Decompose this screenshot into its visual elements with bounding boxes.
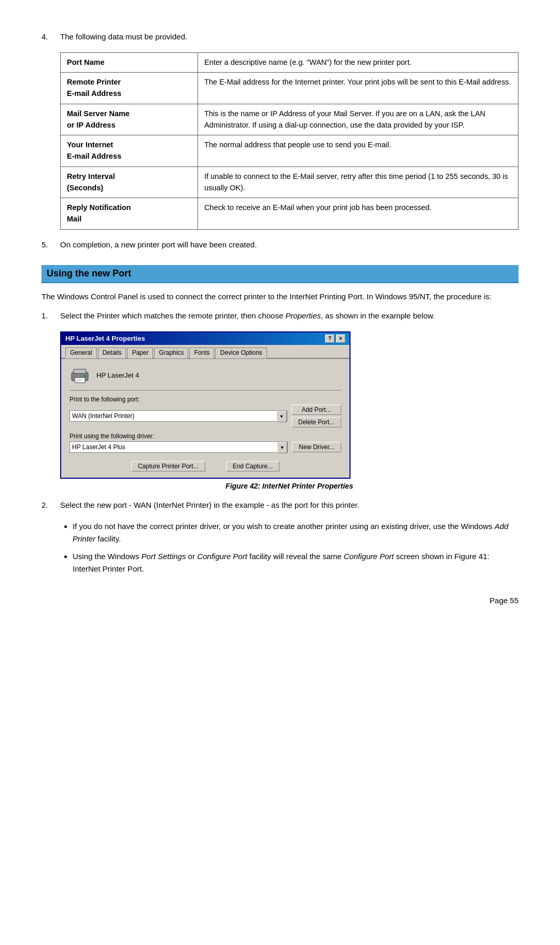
step1-number: 1. bbox=[41, 310, 60, 322]
bullet1-pre: If you do not have the correct printer d… bbox=[73, 522, 495, 531]
tab-device-options[interactable]: Device Options bbox=[215, 348, 267, 358]
step2-number: 2. bbox=[41, 499, 60, 511]
titlebar-buttons: ? × bbox=[325, 335, 345, 343]
step1-text-post: , as shown in the example below. bbox=[321, 311, 435, 320]
figure-caption: Figure 42: InterNet Printer Properties bbox=[60, 482, 519, 490]
table-desc-internet-email: The normal address that people use to se… bbox=[198, 135, 518, 167]
dialog-title: HP LaserJet 4 Properties bbox=[65, 335, 325, 342]
driver-value: HP LaserJet 4 Plus bbox=[70, 442, 277, 452]
svg-rect-2 bbox=[75, 378, 85, 383]
new-driver-button[interactable]: New Driver... bbox=[292, 442, 341, 452]
port-section: Print to the following port: WAN (InterN… bbox=[69, 396, 341, 427]
table-desc-port-name: Enter a descriptive name (e.g. "WAN") fo… bbox=[198, 52, 518, 73]
bullet2-italic3: Configure Port bbox=[344, 552, 394, 561]
hp-laserjet-dialog[interactable]: HP LaserJet 4 Properties ? × General Det… bbox=[60, 331, 351, 479]
driver-section: Print using the following driver: HP Las… bbox=[69, 433, 341, 453]
table-label-port-name: Port Name bbox=[61, 52, 198, 73]
table-desc-reply: Check to receive an E-Mail when your pri… bbox=[198, 198, 518, 230]
driver-row: HP LaserJet 4 Plus ▼ New Driver... bbox=[69, 441, 341, 453]
step1-content: Select the Printer which matches the rem… bbox=[60, 310, 519, 322]
table-desc-mail-server: This is the name or IP Address of your M… bbox=[198, 104, 518, 135]
table-row: Remote PrinterE-mail Address The E-Mail … bbox=[61, 73, 519, 104]
table-label-reply: Reply NotificationMail bbox=[61, 198, 198, 230]
driver-buttons: New Driver... bbox=[292, 442, 341, 452]
svg-rect-1 bbox=[74, 369, 86, 373]
table-row: Retry Interval(Seconds) If unable to con… bbox=[61, 166, 519, 198]
bullet2-mid: or bbox=[186, 552, 197, 561]
bullet2-pre: Using the Windows bbox=[73, 552, 142, 561]
bullet1-post: facility. bbox=[95, 534, 121, 543]
bullet2-post-pre: facility will reveal the same bbox=[247, 552, 344, 561]
table-row: Port Name Enter a descriptive name (e.g.… bbox=[61, 52, 519, 73]
step2-content: Select the new port - WAN (InterNet Prin… bbox=[60, 499, 519, 511]
driver-label: Print using the following driver: bbox=[69, 433, 341, 440]
help-button[interactable]: ? bbox=[325, 335, 334, 343]
bullet2-italic1: Port Settings bbox=[142, 552, 186, 561]
tab-graphics[interactable]: Graphics bbox=[154, 348, 188, 358]
section-heading-using-new-port: Using the new Port bbox=[41, 265, 519, 283]
tab-fonts[interactable]: Fonts bbox=[189, 348, 214, 358]
end-capture-button[interactable]: End Capture... bbox=[226, 461, 279, 471]
driver-select-wrapper[interactable]: HP LaserJet 4 Plus ▼ bbox=[69, 441, 288, 453]
table-label-remote-printer: Remote PrinterE-mail Address bbox=[61, 73, 198, 104]
table-row: Reply NotificationMail Check to receive … bbox=[61, 198, 519, 230]
table-desc-retry: If unable to connect to the E-Mail serve… bbox=[198, 166, 518, 198]
port-buttons: Add Port... Delete Port... bbox=[291, 405, 341, 427]
capture-printer-port-button[interactable]: Capture Printer Port... bbox=[131, 461, 205, 471]
bullet-list: If you do not have the correct printer d… bbox=[73, 520, 519, 575]
step4-item: 4. The following data must be provided. bbox=[41, 31, 519, 43]
bullet2-italic2: Configure Port bbox=[197, 552, 247, 561]
step1-italic: Properties bbox=[285, 311, 320, 320]
step2-item: 2. Select the new port - WAN (InterNet P… bbox=[41, 499, 519, 511]
port-dropdown-arrow[interactable]: ▼ bbox=[276, 411, 287, 422]
step5-number: 5. bbox=[41, 239, 60, 251]
table-row: Mail Server Nameor IP Address This is th… bbox=[61, 104, 519, 135]
delete-port-button[interactable]: Delete Port... bbox=[291, 417, 341, 427]
tab-general[interactable]: General bbox=[65, 348, 97, 358]
tab-details[interactable]: Details bbox=[98, 348, 127, 358]
bullet-item-2: Using the Windows Port Settings or Confi… bbox=[73, 550, 519, 575]
step4-text: The following data must be provided. bbox=[60, 31, 519, 43]
tab-paper[interactable]: Paper bbox=[127, 348, 153, 358]
svg-rect-5 bbox=[75, 381, 81, 382]
step4-number: 4. bbox=[41, 31, 60, 43]
bullet-item-1: If you do not have the correct printer d… bbox=[73, 520, 519, 545]
dialog-body: HP LaserJet 4 Print to the following por… bbox=[61, 359, 349, 478]
dialog-titlebar: HP LaserJet 4 Properties ? × bbox=[61, 332, 349, 345]
para-windows-control-panel: The Windows Control Panel is used to con… bbox=[41, 290, 519, 303]
port-row: WAN (InterNet Printer) ▼ Add Port... Del… bbox=[69, 405, 341, 427]
step1-item: 1. Select the Printer which matches the … bbox=[41, 310, 519, 322]
printer-icon bbox=[69, 366, 90, 385]
close-button[interactable]: × bbox=[336, 335, 345, 343]
printer-header: HP LaserJet 4 bbox=[69, 366, 341, 391]
dialog-tabs: General Details Paper Graphics Fonts Dev… bbox=[61, 345, 349, 359]
step1-text-pre: Select the Printer which matches the rem… bbox=[60, 311, 285, 320]
add-port-button[interactable]: Add Port... bbox=[291, 405, 341, 415]
port-label: Print to the following port: bbox=[69, 396, 341, 403]
dialog-wrapper: HP LaserJet 4 Properties ? × General Det… bbox=[60, 331, 351, 479]
driver-dropdown-arrow[interactable]: ▼ bbox=[277, 442, 287, 453]
step5-item: 5. On completion, a new printer port wil… bbox=[41, 239, 519, 251]
table-row: Your InternetE-mail Address The normal a… bbox=[61, 135, 519, 167]
svg-rect-4 bbox=[75, 379, 83, 380]
table-label-retry: Retry Interval(Seconds) bbox=[61, 166, 198, 198]
page-number: Page 55 bbox=[41, 596, 519, 605]
data-table: Port Name Enter a descriptive name (e.g.… bbox=[60, 52, 519, 230]
port-select-wrapper[interactable]: WAN (InterNet Printer) ▼ bbox=[69, 410, 287, 422]
bottom-buttons: Capture Printer Port... End Capture... bbox=[69, 458, 341, 473]
printer-name: HP LaserJet 4 bbox=[96, 371, 139, 379]
step5-text: On completion, a new printer port will h… bbox=[60, 239, 519, 251]
table-desc-remote-printer: The E-Mail address for the Internet prin… bbox=[198, 73, 518, 104]
svg-point-3 bbox=[84, 375, 86, 377]
port-value: WAN (InterNet Printer) bbox=[70, 411, 276, 421]
table-label-internet-email: Your InternetE-mail Address bbox=[61, 135, 198, 167]
table-label-mail-server: Mail Server Nameor IP Address bbox=[61, 104, 198, 135]
